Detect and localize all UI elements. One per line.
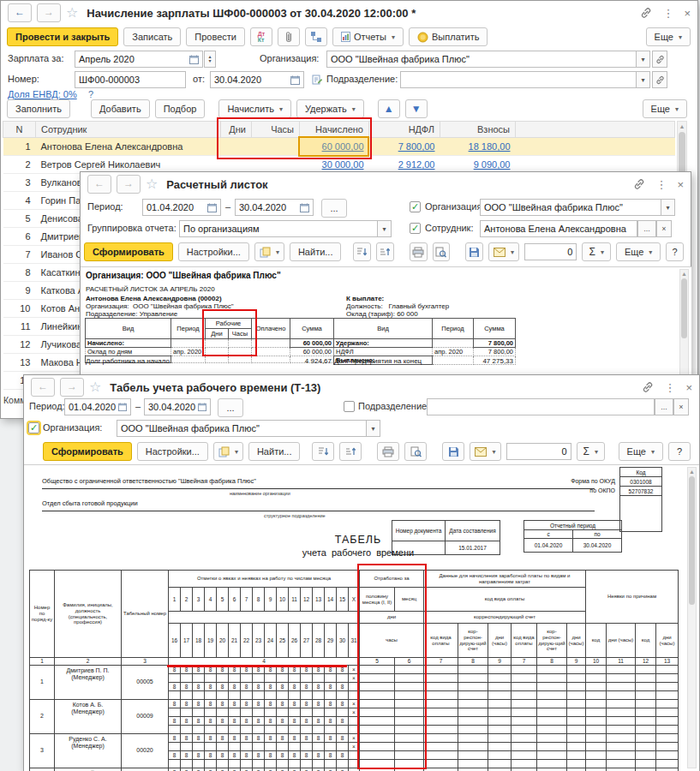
save-icon[interactable] xyxy=(465,242,483,261)
favorite-star-icon[interactable]: ☆ xyxy=(66,6,78,20)
date-input[interactable]: 30.04.2020 xyxy=(210,71,304,88)
col-ndfl[interactable]: НДФЛ xyxy=(369,122,440,138)
sort-ascending-icon[interactable] xyxy=(376,242,394,261)
fill-button[interactable]: Заполнить xyxy=(7,99,70,118)
number-input[interactable]: ШФ00-000003 xyxy=(75,71,186,88)
move-up-icon[interactable]: ▲ xyxy=(378,99,400,118)
add-button[interactable]: Добавить xyxy=(91,99,150,118)
move-down-icon[interactable]: ▼ xyxy=(405,99,428,118)
report-variants-icon[interactable]: ▾ xyxy=(213,442,243,461)
organization-checkbox[interactable]: ✓ xyxy=(28,422,39,433)
col-contributions[interactable]: Взносы xyxy=(440,122,516,138)
close-icon[interactable]: × xyxy=(684,8,691,19)
write-button[interactable]: Записать xyxy=(123,27,181,46)
close-icon[interactable]: × xyxy=(677,179,684,190)
attachment-icon[interactable] xyxy=(278,27,300,46)
print-icon[interactable] xyxy=(377,442,399,461)
col-n[interactable]: N xyxy=(3,122,36,138)
period-to-input[interactable]: 30.04.2020 xyxy=(144,398,211,415)
calendar-icon[interactable] xyxy=(189,55,199,64)
amount-link[interactable]: 2 912,00 xyxy=(398,159,435,170)
find-button[interactable]: Найти... xyxy=(290,242,342,261)
back-arrow-icon[interactable]: ← xyxy=(31,378,55,397)
settings-button[interactable]: Настройки... xyxy=(178,242,249,261)
calendar-icon[interactable] xyxy=(118,403,127,411)
print-preview-icon[interactable] xyxy=(404,442,427,461)
post-button[interactable]: Провести xyxy=(186,27,245,46)
organization-input[interactable]: ООО "Швейная фабрика Плюс" xyxy=(326,51,637,68)
post-and-close-button[interactable]: Провести и закрыть xyxy=(7,27,118,46)
send-mail-icon[interactable]: ▾ xyxy=(488,242,519,261)
pick-button[interactable]: Подбор xyxy=(155,99,206,118)
col-days[interactable]: Дни xyxy=(221,122,252,138)
sort-descending-icon[interactable] xyxy=(353,242,371,261)
more-button[interactable]: Еще▾ xyxy=(616,242,661,261)
calendar-icon[interactable] xyxy=(300,203,309,212)
department-clear-icon[interactable]: × xyxy=(673,398,689,415)
department-dropdown-icon[interactable]: ▾ xyxy=(637,71,650,88)
department-input[interactable] xyxy=(427,398,655,415)
dt-kt-icon[interactable]: ДтКт xyxy=(250,27,272,46)
employee-input[interactable]: Антонова Елена Александровна xyxy=(480,220,637,237)
col-accrued[interactable]: Начислено xyxy=(300,122,369,138)
get-link-icon[interactable] xyxy=(640,7,652,19)
forward-arrow-icon[interactable]: → xyxy=(117,175,141,194)
period-pick-button[interactable]: ... xyxy=(218,398,243,417)
period-stepper[interactable]: ▴ ▾ xyxy=(204,51,216,68)
more-button[interactable]: Еще▾ xyxy=(619,442,663,461)
generate-button[interactable]: Сформировать xyxy=(84,242,173,261)
period-from-input[interactable]: 01.04.2020 xyxy=(64,398,131,415)
col-employee[interactable]: Сотрудник xyxy=(36,122,221,138)
forward-arrow-icon[interactable]: → xyxy=(60,378,84,397)
amount-link[interactable]: 30 000,00 xyxy=(322,159,364,170)
close-icon[interactable]: × xyxy=(685,382,692,393)
scroll-up-icon[interactable]: ▲ xyxy=(688,469,696,475)
organization-input[interactable]: ООО "Швейная фабрика Плюс" xyxy=(117,420,367,437)
report-variants-icon[interactable]: ▾ xyxy=(254,242,284,261)
print-icon[interactable] xyxy=(410,242,428,261)
envd-share-link[interactable]: Доля ЕНВД: 0% xyxy=(8,89,77,99)
help-button[interactable]: ? xyxy=(668,442,691,461)
department-open-link-icon[interactable] xyxy=(652,71,667,88)
forward-arrow-icon[interactable]: → xyxy=(37,3,61,22)
generate-button[interactable]: Сформировать xyxy=(43,442,132,461)
organization-dropdown-icon[interactable]: ▾ xyxy=(637,51,650,68)
period-from-input[interactable]: 01.04.2020 xyxy=(142,199,221,216)
sort-descending-icon[interactable] xyxy=(312,442,334,461)
favorite-star-icon[interactable]: ☆ xyxy=(89,380,101,394)
get-link-icon[interactable] xyxy=(633,178,645,190)
help-icon[interactable]: ? xyxy=(88,89,93,99)
employee-pick-button[interactable]: ... xyxy=(637,220,656,237)
back-arrow-icon[interactable]: ← xyxy=(8,3,32,22)
amount-link[interactable]: 9 090,00 xyxy=(474,159,511,170)
more-button[interactable]: Еще▾ xyxy=(646,27,691,46)
help-button[interactable]: ? xyxy=(666,242,684,261)
department-input[interactable] xyxy=(400,71,637,88)
sum-button[interactable]: Σ▾ xyxy=(577,442,605,461)
more-menu-icon[interactable]: ⋮ xyxy=(655,179,667,190)
period-to-input[interactable]: 30.04.2020 xyxy=(235,199,314,216)
organization-dropdown-icon[interactable]: ▾ xyxy=(367,420,380,437)
employee-clear-icon[interactable]: × xyxy=(656,220,672,237)
counter-input[interactable]: 0 xyxy=(506,443,571,460)
find-button[interactable]: Найти... xyxy=(248,442,301,461)
grouping-input[interactable]: По организациям xyxy=(179,220,378,237)
col-hours[interactable]: Часы xyxy=(252,122,300,138)
period-pick-button[interactable]: ... xyxy=(321,199,347,218)
sum-button[interactable]: Σ▾ xyxy=(582,242,610,261)
set-number-icon[interactable] xyxy=(309,71,325,88)
amount-link[interactable]: 60 000,00 xyxy=(322,141,364,152)
calendar-icon[interactable] xyxy=(290,75,300,85)
department-checkbox[interactable] xyxy=(344,401,355,412)
department-pick-button[interactable]: ... xyxy=(655,398,673,415)
timesheet-report-scrollbar[interactable]: ▲ xyxy=(687,467,697,768)
list-more-button[interactable]: Еще▾ xyxy=(643,99,687,118)
employee-checkbox[interactable]: ✓ xyxy=(410,223,421,234)
calendar-icon[interactable] xyxy=(207,203,217,212)
favorite-star-icon[interactable]: ☆ xyxy=(146,177,158,191)
more-menu-icon[interactable]: ⋮ xyxy=(664,382,675,393)
save-icon[interactable] xyxy=(442,442,464,461)
more-menu-icon[interactable]: ⋮ xyxy=(662,8,673,19)
scroll-up-icon[interactable]: ▲ xyxy=(680,271,688,277)
send-mail-icon[interactable]: ▾ xyxy=(470,442,500,461)
